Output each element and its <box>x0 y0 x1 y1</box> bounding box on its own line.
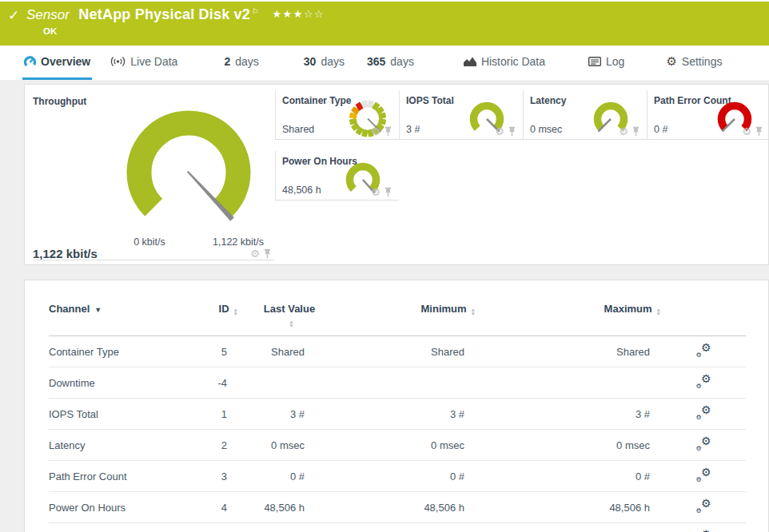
channel-maximum: 1,122 kbit/s <box>476 523 661 532</box>
channel-maximum: 0 # <box>476 461 661 492</box>
pin-icon[interactable] <box>263 248 272 259</box>
tab-2-days[interactable]: 2 days <box>222 46 260 80</box>
channel-last-value: 0 # <box>238 461 316 492</box>
channel-last-value: Shared <box>238 336 316 367</box>
gauge-settings-gear-icon[interactable]: ⚙ <box>371 187 381 197</box>
live-data-icon <box>110 56 126 67</box>
channel-last-value: 48,506 h <box>238 492 316 523</box>
tab-log[interactable]: Log <box>587 46 626 80</box>
channel-last-value: 3 # <box>238 399 316 430</box>
tab-number: 30 <box>304 55 317 68</box>
channel-minimum: 3 # <box>316 399 476 430</box>
channel-settings-gears-icon[interactable]: ⚙⚙ <box>696 407 711 419</box>
log-icon <box>588 57 601 66</box>
channel-last-value: 0 msec <box>238 430 316 461</box>
pin-icon[interactable] <box>632 126 640 137</box>
channel-settings-gears-icon[interactable]: ⚙⚙ <box>696 344 711 357</box>
channel-name[interactable]: Container Type <box>49 336 205 367</box>
tab-bar: Overview Live Data 2 days 30 days 365 da… <box>0 46 769 80</box>
channel-maximum: 0 msec <box>476 430 661 461</box>
channel-name[interactable]: Throughput <box>49 523 205 532</box>
channel-settings-gears-icon[interactable]: ⚙⚙ <box>696 500 711 513</box>
column-header-last-value[interactable]: Last Value▲▼ <box>238 280 316 336</box>
priority-stars[interactable]: ★★★☆☆ <box>272 8 325 20</box>
channel-maximum <box>476 367 661 399</box>
sensor-title: NetApp Physical Disk v2 <box>78 6 250 22</box>
tab-settings[interactable]: ⚙ Settings <box>664 46 723 80</box>
channel-id: 5 <box>205 336 238 367</box>
gauge-title: Container Type <box>282 95 351 106</box>
gauge-icon <box>24 56 36 68</box>
latency-gauge-card: Latency 0 msec ⚙ <box>523 90 647 140</box>
sensor-page: ✓ Sensor NetApp Physical Disk v2⚐ ★★★☆☆ … <box>0 0 769 532</box>
channel-minimum: 48,506 h <box>316 492 476 523</box>
channel-name[interactable]: Latency <box>49 430 205 461</box>
pin-icon[interactable] <box>384 126 392 137</box>
gauges-panel: Throughput 0 kbit/s 1,122 kbit/s 1,122 k… <box>24 84 769 265</box>
tab-label: days <box>321 55 345 68</box>
column-header-minimum[interactable]: Minimum▲▼ <box>316 280 476 336</box>
power-on-hours-gauge-card: Power On Hours 48,506 h ⚙ <box>275 151 399 200</box>
channel-name[interactable]: IOPS Total <box>49 399 205 430</box>
table-row: Throughput 0 1,122 kbit/s 1,122 kbit/s 1… <box>49 523 746 532</box>
table-header-row: Channel▼ ID▲▼ Last Value▲▼ Minimum▲▼ Max… <box>49 280 746 336</box>
channel-name[interactable]: Path Error Count <box>49 461 205 492</box>
gauge-value: 48,506 h <box>282 185 321 196</box>
throughput-gauge <box>121 105 257 240</box>
channels-table-panel: Channel▼ ID▲▼ Last Value▲▼ Minimum▲▼ Max… <box>24 280 769 532</box>
table-row: Power On Hours 4 48,506 h 48,506 h 48,50… <box>49 492 746 523</box>
gauge-settings-gear-icon[interactable]: ⚙ <box>742 126 751 137</box>
ok-check-icon: ✓ <box>8 7 19 24</box>
flag-icon[interactable]: ⚐ <box>252 7 259 16</box>
channel-last-value <box>238 367 316 399</box>
gauge-settings-gear-icon[interactable]: ⚙ <box>495 126 504 137</box>
table-row: Downtime -4 ⚙⚙ <box>49 367 746 399</box>
sort-icon: ▲▼ <box>233 308 238 316</box>
channel-id: 3 <box>205 461 238 492</box>
tab-live-data[interactable]: Live Data <box>109 46 179 80</box>
gauge-settings-gear-icon[interactable]: ⚙ <box>371 126 381 137</box>
container-type-gauge-card: Container Type Shared <box>275 90 399 140</box>
gauge-title: IOPS Total <box>406 95 454 106</box>
channel-id: 1 <box>205 399 238 430</box>
channel-minimum <box>316 367 476 399</box>
pin-icon[interactable] <box>384 187 392 197</box>
channels-table: Channel▼ ID▲▼ Last Value▲▼ Minimum▲▼ Max… <box>49 280 746 532</box>
channel-last-value: 1,122 kbit/s <box>238 523 316 532</box>
gauge-settings-gear-icon[interactable]: ⚙ <box>250 248 260 259</box>
channel-name[interactable]: Power On Hours <box>49 492 205 523</box>
column-header-channel[interactable]: Channel▼ <box>49 280 205 336</box>
tab-label: Overview <box>41 55 90 68</box>
gear-icon: ⚙ <box>666 54 676 69</box>
channel-settings-gears-icon[interactable]: ⚙⚙ <box>696 438 711 451</box>
throughput-gauge-card: Throughput 0 kbit/s 1,122 kbit/s 1,122 k… <box>33 90 277 260</box>
tab-label: days <box>390 55 414 68</box>
status-badge: OK <box>43 26 57 36</box>
column-header-maximum[interactable]: Maximum▲▼ <box>476 280 661 336</box>
gauge-title: Latency <box>530 95 566 106</box>
channel-maximum: Shared <box>476 336 661 367</box>
channel-name[interactable]: Downtime <box>49 367 205 399</box>
tab-historic-data[interactable]: Historic Data <box>462 46 547 80</box>
table-row: Latency 2 0 msec 0 msec 0 msec ⚙⚙ <box>49 430 746 461</box>
tab-365-days[interactable]: 365 days <box>365 46 416 80</box>
pin-icon[interactable] <box>508 126 516 137</box>
gauge-value: 0 msec <box>530 124 562 135</box>
column-header-id[interactable]: ID▲▼ <box>205 280 238 336</box>
table-row: Path Error Count 3 0 # 0 # 0 # ⚙⚙ <box>49 461 746 492</box>
pin-icon[interactable] <box>755 126 763 137</box>
gauge-min-label: 0 kbit/s <box>118 236 181 248</box>
sensor-status-header: ✓ Sensor NetApp Physical Disk v2⚐ ★★★☆☆ … <box>0 0 769 46</box>
column-header-actions <box>661 280 746 336</box>
tab-overview[interactable]: Overview <box>22 46 92 80</box>
gauge-settings-gear-icon[interactable]: ⚙ <box>619 126 628 137</box>
channel-settings-gears-icon[interactable]: ⚙⚙ <box>696 375 711 388</box>
channel-id: 0 <box>205 523 238 532</box>
tab-label: days <box>235 55 259 68</box>
sort-icon: ▲▼ <box>289 320 293 328</box>
gauge-value: 0 # <box>654 124 667 135</box>
channel-settings-gears-icon[interactable]: ⚙⚙ <box>696 469 711 482</box>
tab-30-days[interactable]: 30 days <box>302 46 346 80</box>
channel-minimum: 0 # <box>316 461 476 492</box>
tab-label: Live Data <box>130 55 177 68</box>
